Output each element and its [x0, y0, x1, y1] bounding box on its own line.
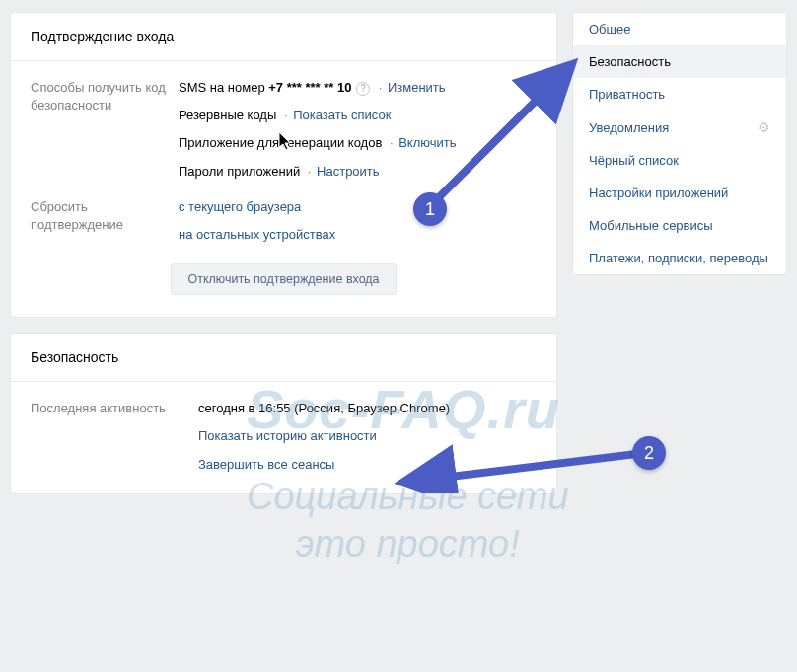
- sidebar-item-label: Настройки приложений: [589, 186, 728, 200]
- sidebar-item-label: Безопасность: [589, 54, 671, 69]
- sidebar-item-label: Уведомления: [589, 120, 669, 135]
- codegen-app-label: Приложение для генерации кодов: [179, 135, 382, 150]
- reset-current-browser-link[interactable]: с текущего браузера: [179, 199, 301, 214]
- disable-confirmation-button[interactable]: Отключить подтверждение входа: [171, 263, 396, 295]
- app-passwords-line: Пароли приложений · Настроить: [179, 163, 537, 181]
- backup-codes-label: Резервные коды: [179, 108, 276, 122]
- end-all-sessions-link[interactable]: Завершить все сеансы: [198, 457, 334, 472]
- panel-title: Подтверждение входа: [11, 13, 556, 61]
- security-panel: Безопасность Последняя активность сегодн…: [10, 333, 557, 494]
- sidebar-item-mobile-services[interactable]: Мобильные сервисы: [573, 209, 786, 242]
- change-number-link[interactable]: Изменить: [388, 80, 446, 95]
- reset-other-devices-link[interactable]: на остальных устройствах: [179, 227, 335, 242]
- help-icon[interactable]: ?: [356, 82, 370, 96]
- sidebar-item-label: Общее: [589, 22, 631, 37]
- sidebar-item-label: Чёрный список: [589, 153, 679, 168]
- enable-codegen-link[interactable]: Включить: [398, 135, 456, 150]
- app-passwords-label: Пароли приложений: [179, 164, 300, 179]
- last-activity-label: Последняя активность: [31, 400, 198, 474]
- security-code-methods-label: Способы получить код безопасности: [31, 79, 179, 181]
- sidebar-item-label: Мобильные сервисы: [589, 218, 713, 233]
- annotation-badge-2: 2: [632, 436, 666, 470]
- watermark-line2: это просто!: [296, 523, 520, 564]
- show-activity-history-link[interactable]: Показать историю активности: [198, 428, 377, 443]
- sidebar-item-label: Приватность: [589, 87, 665, 102]
- sidebar-item-privacy[interactable]: Приватность: [573, 78, 786, 111]
- panel-title: Безопасность: [11, 334, 556, 382]
- sidebar-item-notifications[interactable]: Уведомления ⚙: [573, 111, 786, 144]
- sms-method-line: SMS на номер +7 *** *** ** 10 ? · Измени…: [179, 79, 537, 97]
- gear-icon[interactable]: ⚙: [758, 119, 770, 135]
- annotation-badge-1: 1: [413, 192, 447, 226]
- settings-sidebar: Общее Безопасность Приватность Уведомлен…: [572, 12, 787, 275]
- sidebar-item-blacklist[interactable]: Чёрный список: [573, 144, 786, 177]
- sidebar-item-label: Платежи, подписки, переводы: [589, 251, 768, 265]
- sidebar-item-security[interactable]: Безопасность: [573, 45, 786, 78]
- reset-confirmation-label: Сбросить подтверждение: [31, 198, 179, 244]
- sidebar-item-general[interactable]: Общее: [573, 13, 786, 45]
- configure-app-passwords-link[interactable]: Настроить: [317, 164, 380, 179]
- sms-prefix: SMS на номер: [179, 80, 268, 95]
- show-backup-codes-link[interactable]: Показать список: [293, 108, 391, 122]
- sms-number: +7 *** *** ** 10: [268, 80, 351, 95]
- sidebar-item-app-settings[interactable]: Настройки приложений: [573, 177, 786, 209]
- last-activity-value: сегодня в 16:55 (Россия, Браузер Chrome): [198, 400, 537, 417]
- login-confirmation-panel: Подтверждение входа Способы получить код…: [10, 12, 557, 318]
- backup-codes-line: Резервные коды · Показать список: [179, 107, 537, 124]
- codegen-app-line: Приложение для генерации кодов · Включит…: [179, 134, 537, 152]
- sidebar-item-payments[interactable]: Платежи, подписки, переводы: [573, 242, 786, 274]
